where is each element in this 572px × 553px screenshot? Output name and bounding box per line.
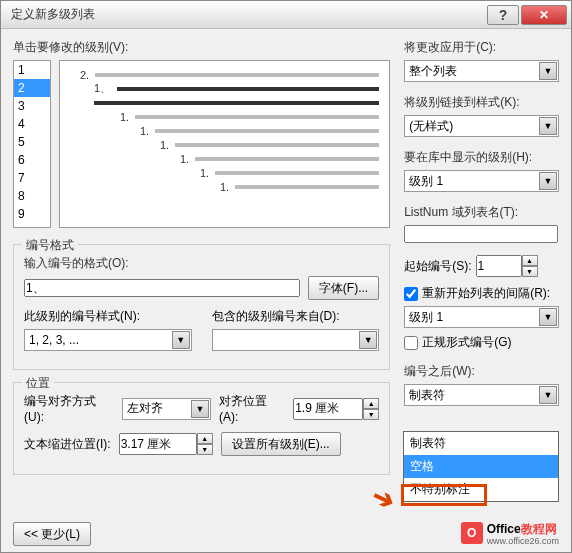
chevron-down-icon[interactable]: ▼	[172, 331, 190, 349]
align-label: 编号对齐方式(U):	[24, 393, 114, 424]
listnum-input[interactable]	[404, 225, 558, 243]
level-item[interactable]: 4	[14, 115, 50, 133]
level-item[interactable]: 5	[14, 133, 50, 151]
format-legend: 编号格式	[22, 237, 78, 254]
font-button[interactable]: 字体(F)...	[308, 276, 379, 300]
dialog-title: 定义新多级列表	[5, 6, 485, 23]
link-style-label: 将级别链接到样式(K):	[404, 94, 559, 111]
legal-checkbox[interactable]	[404, 336, 418, 350]
chevron-down-icon[interactable]: ▼	[539, 172, 557, 190]
level-listbox[interactable]: 1 2 3 4 5 6 7 8 9	[13, 60, 51, 228]
spin-up-icon[interactable]: ▲	[197, 433, 213, 444]
follow-label: 编号之后(W):	[404, 363, 559, 380]
close-button[interactable]: ✕	[521, 5, 567, 25]
annotation-arrow-icon: ➔	[367, 480, 400, 517]
annotation-box	[401, 484, 487, 506]
click-level-label: 单击要修改的级别(V):	[13, 39, 390, 56]
style-label: 此级别的编号样式(N):	[24, 308, 192, 325]
include-combo[interactable]: ▼	[212, 329, 380, 351]
align-at-spinner[interactable]: ▲▼	[293, 398, 379, 420]
dropdown-option[interactable]: 制表符	[404, 432, 558, 455]
include-label: 包含的级别编号来自(D):	[212, 308, 380, 325]
level-item[interactable]: 6	[14, 151, 50, 169]
start-at-label: 起始编号(S):	[404, 258, 471, 275]
gallery-label: 要在库中显示的级别(H):	[404, 149, 559, 166]
follow-combo[interactable]: 制表符▼	[404, 384, 559, 406]
chevron-down-icon[interactable]: ▼	[359, 331, 377, 349]
level-item[interactable]: 3	[14, 97, 50, 115]
style-combo[interactable]: 1, 2, 3, ...▼	[24, 329, 192, 351]
listnum-label: ListNum 域列表名(T):	[404, 204, 559, 221]
level-item[interactable]: 7	[14, 169, 50, 187]
level-item[interactable]: 8	[14, 187, 50, 205]
watermark-logo: O Office教程网 www.office26.com	[461, 519, 559, 546]
restart-label: 重新开始列表的间隔(R):	[422, 285, 550, 302]
indent-label: 文本缩进位置(I):	[24, 436, 111, 453]
level-item[interactable]: 1	[14, 61, 50, 79]
chevron-down-icon[interactable]: ▼	[539, 308, 557, 326]
spin-down-icon[interactable]: ▼	[197, 444, 213, 455]
less-button[interactable]: << 更少(L)	[13, 522, 91, 546]
titlebar: 定义新多级列表 ? ✕	[1, 1, 571, 29]
restart-checkbox[interactable]	[404, 287, 418, 301]
format-fieldset: 编号格式 输入编号的格式(O): 字体(F)... 此级别的编号样式(N): 1…	[13, 244, 390, 370]
spin-up-icon[interactable]: ▲	[363, 398, 379, 409]
format-input[interactable]	[24, 279, 300, 297]
set-all-levels-button[interactable]: 设置所有级别(E)...	[221, 432, 341, 456]
gallery-combo[interactable]: 级别 1▼	[404, 170, 559, 192]
chevron-down-icon[interactable]: ▼	[191, 400, 209, 418]
link-style-combo[interactable]: (无样式)▼	[404, 115, 559, 137]
apply-to-combo[interactable]: 整个列表▼	[404, 60, 559, 82]
dropdown-option[interactable]: 空格	[404, 455, 558, 478]
level-item[interactable]: 9	[14, 205, 50, 223]
spin-up-icon[interactable]: ▲	[522, 255, 538, 266]
level-item[interactable]: 2	[14, 79, 50, 97]
align-at-label: 对齐位置(A):	[219, 393, 285, 424]
enter-format-label: 输入编号的格式(O):	[24, 255, 379, 272]
start-at-spinner[interactable]: ▲▼	[476, 255, 538, 277]
spin-down-icon[interactable]: ▼	[363, 409, 379, 420]
apply-to-label: 将更改应用于(C):	[404, 39, 559, 56]
help-button[interactable]: ?	[487, 5, 519, 25]
chevron-down-icon[interactable]: ▼	[539, 62, 557, 80]
align-combo[interactable]: 左对齐▼	[122, 398, 211, 420]
restart-combo[interactable]: 级别 1▼	[404, 306, 559, 328]
spin-down-icon[interactable]: ▼	[522, 266, 538, 277]
chevron-down-icon[interactable]: ▼	[539, 386, 557, 404]
position-legend: 位置	[22, 375, 54, 392]
logo-icon: O	[461, 522, 483, 544]
indent-spinner[interactable]: ▲▼	[119, 433, 213, 455]
dialog: 定义新多级列表 ? ✕ 单击要修改的级别(V): 1 2 3 4 5 6 7 8…	[0, 0, 572, 553]
chevron-down-icon[interactable]: ▼	[539, 117, 557, 135]
legal-label: 正规形式编号(G)	[422, 334, 511, 351]
preview-pane: 2. 1、 1. 1. 1. 1. 1. 1.	[59, 60, 390, 228]
position-fieldset: 位置 编号对齐方式(U): 左对齐▼ 对齐位置(A): ▲▼ 文本缩进位置(I)…	[13, 382, 390, 475]
